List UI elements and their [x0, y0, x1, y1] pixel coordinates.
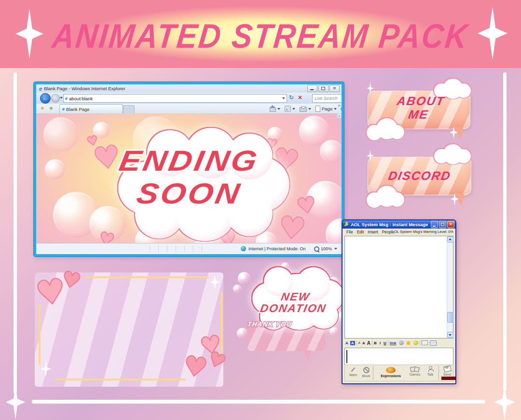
bubble-decoration	[329, 327, 338, 336]
scrollbar[interactable]	[447, 236, 453, 338]
feeds-dropdown-icon[interactable]	[292, 108, 295, 110]
frame-line-bottom	[32, 400, 485, 404]
games-button[interactable]: Games	[407, 367, 423, 376]
minimize-button[interactable]	[431, 221, 438, 228]
bold-button[interactable]: B	[374, 341, 377, 345]
scrollbar-thumb[interactable]	[447, 312, 453, 323]
expressions-icon	[386, 367, 396, 373]
ie-navigation-bar: ← → e about:blank ↻ × Live Search	[36, 93, 342, 104]
home-icon[interactable]	[270, 108, 276, 112]
buddy-info-icon[interactable]	[430, 340, 437, 346]
frame-accent-line	[84, 276, 209, 278]
ie-tab-bar: ★ ★ e Blank Page Page Tools »	[36, 104, 342, 114]
aol-titlebar[interactable]: AOL System Msg : Instant Message ✕	[343, 220, 455, 229]
new-tab-stub[interactable]	[123, 105, 135, 113]
donation-speech-bubble-tail	[302, 350, 311, 361]
tab-blank-page[interactable]: e Blank Page	[59, 104, 123, 113]
home-link-icon[interactable]	[406, 341, 411, 345]
arrow-up-icon	[449, 238, 452, 240]
discord-panel[interactable]: DISCORD	[367, 143, 473, 209]
scroll-down-button[interactable]	[447, 332, 453, 338]
donation-alert: NEW NEW DONATION DONATION THANK YOU THAN…	[234, 266, 352, 365]
page-dropdown-icon[interactable]	[334, 108, 337, 110]
menu-edit[interactable]: Edit	[357, 230, 364, 234]
about-me-label: ABOUT ME	[364, 94, 475, 121]
aol-logo-icon	[344, 222, 349, 227]
send-button[interactable]: Send	[440, 366, 454, 376]
menu-insert[interactable]: Insert	[368, 230, 378, 234]
cloud-shape	[434, 144, 473, 164]
decrease-font-button[interactable]: A	[358, 341, 360, 344]
talk-button[interactable]: Talk	[424, 366, 437, 376]
zoom-dropdown-icon[interactable]	[334, 248, 337, 250]
mail-icon[interactable]	[422, 340, 428, 345]
expressions-button[interactable]: Expressions	[377, 367, 405, 378]
menu-file[interactable]: File	[346, 230, 353, 234]
cloud-shape	[367, 118, 405, 140]
menu-people[interactable]: People	[382, 230, 395, 234]
maximize-icon	[441, 223, 444, 226]
aol-window-title: AOL System Msg : Instant Message	[351, 222, 428, 227]
smiley-icon[interactable]	[413, 340, 418, 345]
background-color-button[interactable]: A	[350, 341, 355, 345]
message-history-area[interactable]	[344, 236, 453, 339]
zoom-icon	[314, 246, 319, 252]
history-dropdown-icon[interactable]	[60, 97, 63, 99]
stop-button[interactable]: ×	[298, 94, 302, 101]
feeds-icon[interactable]	[285, 106, 291, 112]
increase-font-button[interactable]: A	[367, 340, 370, 346]
tools-menu-icon[interactable]	[341, 106, 342, 112]
ie-window-title: Blank Page - Windows Internet Explorer	[44, 86, 125, 91]
italic-button[interactable]: I	[380, 341, 381, 345]
underline-button[interactable]: U	[384, 341, 386, 345]
insert-link-button[interactable]: link	[390, 341, 397, 345]
close-button[interactable]: ✕	[447, 221, 454, 228]
address-dropdown-icon[interactable]	[282, 97, 285, 99]
print-dropdown-icon[interactable]	[308, 108, 311, 110]
minimize-button[interactable]	[307, 85, 317, 92]
banner-title: ANIMATED STREAM PACK	[0, 16, 521, 55]
internet-zone-icon	[241, 246, 246, 251]
aol-menubar: File Edit Insert People AOL System Msg's…	[343, 229, 455, 235]
tab-favicon: e	[62, 107, 65, 111]
webcam-frame: ♥ ♥ ♥ ♥ ♥	[35, 272, 223, 387]
arrow-down-icon	[449, 334, 452, 336]
refresh-button[interactable]: ↻	[289, 94, 294, 101]
warn-button[interactable]: Warn	[347, 367, 359, 377]
back-button[interactable]: ←	[40, 93, 51, 104]
search-input[interactable]: Live Search	[312, 94, 342, 103]
about-me-panel[interactable]: ABOUT ME	[367, 79, 473, 142]
maximize-button[interactable]	[439, 221, 446, 228]
aol-button-bar: Warn Block Expressions Games Talk Send	[344, 365, 453, 381]
font-color-button[interactable]: A	[345, 341, 348, 345]
text-caret	[346, 350, 347, 363]
favorites-star-icon[interactable]: ★	[40, 105, 45, 111]
home-dropdown-icon[interactable]	[277, 108, 280, 110]
scroll-up-button[interactable]	[447, 236, 453, 243]
heart-icon: ♥	[97, 229, 116, 244]
page-menu-icon[interactable]	[315, 106, 320, 112]
heart-icon: ♥	[60, 268, 83, 292]
games-icon	[414, 366, 420, 372]
forward-button[interactable]: →	[51, 94, 60, 103]
command-bar: Page Tools	[270, 106, 342, 112]
bubble-decoration	[45, 159, 65, 179]
close-button[interactable]: ✕	[329, 85, 340, 92]
message-input-area[interactable]	[344, 348, 453, 366]
maximize-button[interactable]	[318, 85, 329, 92]
status-text: Internet | Protected Mode: On	[248, 246, 305, 251]
donation-text-line2: DONATION DONATION	[259, 302, 328, 315]
ending-text-line2: SOON SOON	[134, 177, 244, 210]
overflow-chevron[interactable]: »	[338, 103, 341, 108]
print-icon[interactable]	[300, 107, 307, 112]
page-menu[interactable]: Page	[322, 106, 332, 111]
add-favorite-icon[interactable]: ★	[49, 105, 54, 111]
address-bar[interactable]: e about:blank	[63, 94, 287, 103]
insert-image-icon[interactable]	[399, 340, 404, 345]
block-button[interactable]: Block	[359, 367, 373, 378]
donation-text-line1: NEW NEW	[280, 290, 311, 303]
ie-titlebar[interactable]: e Blank Page - Windows Internet Explorer…	[36, 84, 342, 93]
content-scrollbar-up-icon[interactable]: ▲	[337, 114, 341, 118]
normal-font-button[interactable]: A	[362, 341, 365, 345]
search-placeholder: Live Search	[315, 96, 338, 101]
